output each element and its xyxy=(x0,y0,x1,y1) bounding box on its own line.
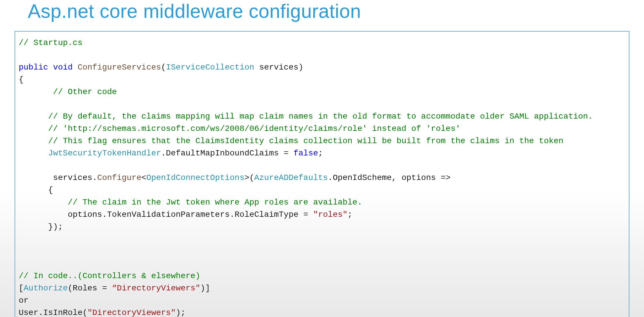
code-string: "roles" xyxy=(313,210,348,219)
code-text: < xyxy=(141,173,146,182)
code-method-name: ConfigureServices xyxy=(78,63,161,72)
code-keyword: false xyxy=(294,149,318,158)
code-text: >( xyxy=(244,173,254,182)
code-text: ( xyxy=(161,63,166,72)
code-string: "DirectoryViewers" xyxy=(87,308,176,317)
code-text: )] xyxy=(200,284,210,293)
code-keyword: public xyxy=(19,63,48,72)
code-text: ); xyxy=(176,308,186,317)
code-text: or xyxy=(19,296,29,305)
code-method-name: Configure xyxy=(97,173,141,182)
code-line-comment: // Other code xyxy=(19,87,117,96)
code-text: services) xyxy=(254,63,303,72)
code-line-comment: // This flag ensures that the ClaimsIden… xyxy=(19,136,563,145)
code-type: JwtSecurityTokenHandler xyxy=(48,149,161,158)
code-text: (Roles = xyxy=(68,284,112,293)
code-text: .DefaultMapInboundClaims = xyxy=(161,149,294,158)
code-type: IServiceCollection xyxy=(166,63,254,72)
code-line-comment: // The claim in the Jwt token where App … xyxy=(19,198,362,207)
code-text: services. xyxy=(19,173,97,182)
code-attribute: Authorize xyxy=(24,284,68,293)
code-text xyxy=(19,149,48,158)
code-text: options.TokenValidationParameters.RoleCl… xyxy=(19,210,313,219)
code-line-comment: // In code..(Controllers & elsewhere) xyxy=(19,271,200,280)
code-keyword: void xyxy=(53,63,73,72)
code-text: ; xyxy=(348,210,353,219)
code-text: ; xyxy=(318,149,323,158)
code-line-comment: // By default, the claims mapping will m… xyxy=(19,112,593,121)
slide-title: Asp.net core middleware configuration xyxy=(0,0,644,31)
code-text: .OpenIdScheme, options => xyxy=(328,173,451,182)
code-string: “DirectoryViewers" xyxy=(112,284,200,293)
code-type: AzureADDefaults xyxy=(254,173,328,182)
code-line-comment: // Startup.cs xyxy=(19,38,82,47)
code-text: [ xyxy=(19,284,24,293)
code-line-comment: // 'http://schemas.microsoft.com/ws/2008… xyxy=(19,124,460,133)
code-brace: { xyxy=(19,186,53,195)
code-brace: { xyxy=(19,75,24,84)
code-brace: }); xyxy=(19,222,63,231)
code-text: User.IsInRole( xyxy=(19,308,87,317)
code-type: OpenIdConnectOptions xyxy=(146,173,244,182)
code-block: // Startup.cs public void ConfigureServi… xyxy=(15,31,629,317)
